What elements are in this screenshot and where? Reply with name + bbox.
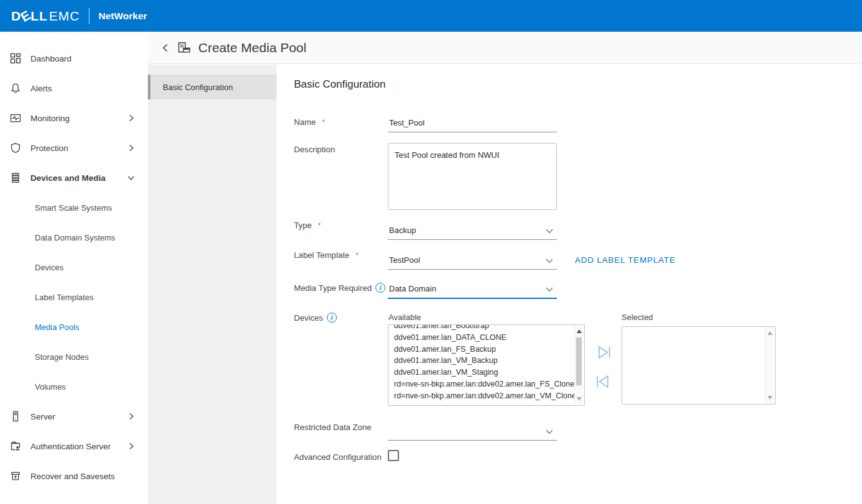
type-label: Type * xyxy=(294,221,321,230)
wizard-step-basic-configuration[interactable]: Basic Configuration xyxy=(148,75,277,99)
chevron-down-icon xyxy=(546,229,553,234)
media-type-required-select-value: Data Domain xyxy=(389,284,436,293)
advanced-configuration-label: Advanced Configuration xyxy=(294,452,382,462)
scroll-down-button[interactable] xyxy=(766,393,774,403)
selected-devices-listbox[interactable] xyxy=(621,326,776,405)
sidebar-nav: Dashboard Alerts Monitoring Prote xyxy=(0,32,148,504)
label-template-label: Label Template * xyxy=(294,250,359,260)
info-icon[interactable]: i xyxy=(375,283,385,293)
sidebar-subitem-devices[interactable]: Devices xyxy=(0,252,148,282)
name-input[interactable] xyxy=(388,118,557,132)
device-option[interactable]: rd=nve-sn-bkp.amer.lan:ddve02.amer.lan_V… xyxy=(394,390,574,402)
product-name: NetWorker xyxy=(99,11,147,22)
recover-icon xyxy=(10,470,21,482)
monitoring-icon xyxy=(10,112,21,124)
type-select[interactable]: Backup xyxy=(388,223,557,240)
auth-server-icon xyxy=(10,441,21,452)
devices-label: Devices i xyxy=(294,313,337,323)
label-template-select[interactable]: TestPool xyxy=(388,253,557,270)
chevron-right-icon xyxy=(126,411,137,422)
selected-column-label: Selected xyxy=(621,313,653,322)
available-scrollbar[interactable] xyxy=(574,326,584,405)
chevron-right-icon xyxy=(126,112,137,124)
required-marker: * xyxy=(322,118,325,127)
advanced-configuration-checkbox[interactable] xyxy=(388,450,399,461)
sidebar-subitem-media-pools[interactable]: Media Pools xyxy=(0,312,148,342)
sidebar-item-label: Alerts xyxy=(30,84,52,93)
media-type-required-select[interactable]: Data Domain xyxy=(388,282,557,299)
sidebar-item-protection[interactable]: Protection xyxy=(0,133,148,163)
sidebar-item-label: Devices and Media xyxy=(30,173,106,183)
server-icon xyxy=(10,411,21,422)
chevron-down-icon xyxy=(546,429,553,434)
description-label: Description xyxy=(294,145,335,154)
selected-scrollbar[interactable] xyxy=(765,328,774,403)
device-option[interactable]: ddve01.amer.lan_VM_Staging xyxy=(394,367,574,378)
sidebar-item-dashboard[interactable]: Dashboard xyxy=(0,44,148,73)
logo-emc: EMC xyxy=(49,9,80,24)
device-option[interactable]: rd=nve-sn-bkp.amer.lan:ddve02.amer.lan_F… xyxy=(394,378,574,390)
name-label: Name * xyxy=(294,117,325,127)
chevron-down-icon xyxy=(546,259,553,263)
label-template-select-value: TestPool xyxy=(389,255,420,265)
sidebar-item-alerts[interactable]: Alerts xyxy=(0,73,148,103)
restricted-data-zone-select[interactable] xyxy=(388,424,557,441)
sidebar-item-server[interactable]: Server xyxy=(0,401,148,431)
page-header: Create Media Pool xyxy=(148,32,862,64)
bell-icon xyxy=(10,83,21,94)
form-heading: Basic Configuration xyxy=(294,78,385,91)
device-option[interactable]: ddve01.amer.lan_FS_Backup xyxy=(394,344,574,355)
sidebar-item-label: Monitoring xyxy=(30,114,70,123)
media-type-required-label: Media Type Required i xyxy=(294,283,385,293)
add-label-template-link[interactable]: ADD LABEL TEMPLATE xyxy=(575,255,676,265)
scroll-up-button[interactable] xyxy=(575,326,584,336)
dashboard-icon xyxy=(10,53,21,64)
device-option[interactable]: ddve01.amer.lan_DATA_CLONE xyxy=(394,332,574,344)
page-title: Create Media Pool xyxy=(198,40,306,55)
shield-icon xyxy=(10,142,21,153)
sidebar-item-label: Recover and Savesets xyxy=(30,472,115,481)
chevron-down-icon xyxy=(126,172,137,183)
sidebar-item-authentication-server[interactable]: Authentication Server xyxy=(0,431,148,461)
device-option[interactable]: ddve01.amer.lan_Bootstrap xyxy=(394,325,574,332)
sidebar-subitem-label-templates[interactable]: Label Templates xyxy=(0,282,148,312)
media-pool-icon xyxy=(178,42,191,53)
logo-letters: LL xyxy=(30,9,48,24)
move-right-button[interactable] xyxy=(596,344,612,361)
wizard-steps-panel: Basic Configuration xyxy=(148,65,277,504)
back-button[interactable] xyxy=(160,42,172,53)
sidebar-item-label: Dashboard xyxy=(30,54,71,63)
sidebar-subitem-smart-scale-systems[interactable]: Smart Scale Systems xyxy=(0,193,148,222)
sidebar-item-devices-and-media[interactable]: Devices and Media xyxy=(0,163,148,193)
required-marker: * xyxy=(318,221,321,230)
scroll-up-button[interactable] xyxy=(766,328,774,338)
chevron-down-icon xyxy=(546,287,553,292)
description-textarea[interactable]: Test Pool created from NWUI xyxy=(388,143,557,210)
brand-divider xyxy=(89,8,89,24)
available-list-items: ddve01.amer.lan_Bootstrapddve01.amer.lan… xyxy=(388,325,574,402)
storage-stack-icon xyxy=(10,172,21,183)
chevron-right-icon xyxy=(126,142,137,153)
available-devices-listbox[interactable]: ddve01.amer.lan_Bootstrapddve01.amer.lan… xyxy=(388,324,585,406)
move-left-button[interactable] xyxy=(595,373,611,390)
restricted-data-zone-label: Restricted Data Zone xyxy=(294,423,372,432)
device-option[interactable]: ddve01.amer.lan_VM_Backup xyxy=(394,355,574,367)
scroll-down-button[interactable] xyxy=(575,394,584,404)
sidebar-item-recover-and-savesets[interactable]: Recover and Savesets xyxy=(0,461,148,491)
sidebar-item-label: Server xyxy=(30,412,55,421)
form-panel: Basic Configuration Name * Description T… xyxy=(277,65,862,504)
top-app-bar: DELLEMC NetWorker xyxy=(0,0,862,32)
scrollbar-thumb[interactable] xyxy=(576,337,582,385)
sidebar-item-monitoring[interactable]: Monitoring xyxy=(0,103,148,133)
sidebar-subitem-data-domain-systems[interactable]: Data Domain Systems xyxy=(0,222,148,252)
sidebar-subitem-volumes[interactable]: Volumes xyxy=(0,372,148,401)
required-marker: * xyxy=(355,251,359,260)
sidebar-item-label: Authentication Server xyxy=(30,442,111,451)
info-icon[interactable]: i xyxy=(327,313,337,323)
dell-emc-logo: DELLEMC xyxy=(11,9,80,24)
sidebar-item-label: Protection xyxy=(30,144,68,153)
sidebar-subitem-storage-nodes[interactable]: Storage Nodes xyxy=(0,342,148,372)
type-select-value: Backup xyxy=(389,226,416,235)
available-column-label: Available xyxy=(388,313,421,322)
chevron-right-icon xyxy=(126,441,137,452)
